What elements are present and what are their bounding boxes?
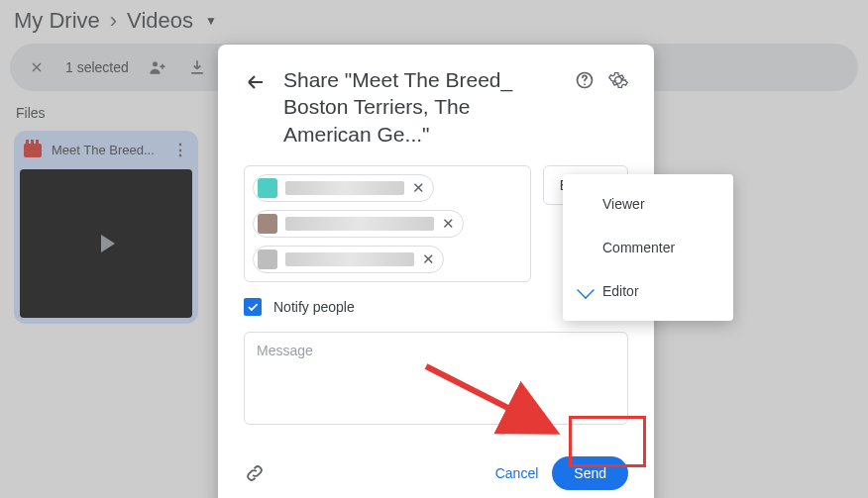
- play-icon: [101, 235, 115, 252]
- role-option-commenter[interactable]: Commenter: [563, 226, 733, 269]
- role-option-editor[interactable]: Editor: [563, 269, 733, 313]
- add-person-icon[interactable]: [147, 56, 168, 78]
- video-file-icon: [24, 144, 42, 157]
- role-option-viewer[interactable]: Viewer: [563, 182, 733, 226]
- avatar: [258, 178, 277, 198]
- back-arrow-icon[interactable]: [244, 70, 268, 94]
- person-email-redacted: [285, 217, 434, 231]
- more-icon[interactable]: ⋮: [172, 141, 188, 159]
- dialog-title: Share "Meet The Breed_ Boston Terriers, …: [283, 66, 559, 148]
- person-chip: ✕: [253, 246, 444, 273]
- message-textarea[interactable]: Message: [244, 332, 628, 425]
- remove-chip-icon[interactable]: ✕: [412, 180, 425, 195]
- person-chip: ✕: [253, 210, 464, 238]
- send-button[interactable]: Send: [552, 456, 628, 490]
- person-chip: ✕: [253, 174, 434, 202]
- chevron-right-icon: ›: [110, 8, 117, 34]
- remove-chip-icon[interactable]: ✕: [422, 251, 435, 266]
- breadcrumb-folder[interactable]: Videos: [127, 8, 193, 34]
- close-selection-icon[interactable]: [26, 56, 48, 78]
- gear-icon[interactable]: [608, 70, 628, 90]
- people-input[interactable]: ✕ ✕ ✕: [244, 165, 531, 282]
- notify-label: Notify people: [273, 299, 355, 315]
- remove-chip-icon[interactable]: ✕: [442, 216, 455, 231]
- avatar: [258, 249, 277, 269]
- svg-point-0: [153, 61, 158, 66]
- person-email-redacted: [285, 252, 414, 266]
- notify-checkbox[interactable]: [244, 298, 262, 316]
- thumbnail-preview: [20, 169, 192, 318]
- avatar: [258, 214, 277, 234]
- selection-count: 1 selected: [65, 59, 129, 75]
- help-icon[interactable]: [575, 70, 595, 90]
- thumbnail-title: Meet The Breed...: [52, 143, 163, 157]
- breadcrumb: My Drive › Videos ▼: [0, 0, 868, 42]
- download-icon[interactable]: [186, 56, 208, 78]
- copy-link-icon[interactable]: [244, 462, 266, 484]
- video-thumbnail-card[interactable]: Meet The Breed... ⋮: [14, 131, 198, 324]
- breadcrumb-root[interactable]: My Drive: [14, 8, 100, 34]
- role-menu: Viewer Commenter Editor: [563, 174, 733, 321]
- message-placeholder: Message: [257, 343, 313, 358]
- cancel-button[interactable]: Cancel: [482, 457, 553, 489]
- caret-down-icon[interactable]: ▼: [205, 14, 217, 28]
- person-email-redacted: [285, 181, 404, 195]
